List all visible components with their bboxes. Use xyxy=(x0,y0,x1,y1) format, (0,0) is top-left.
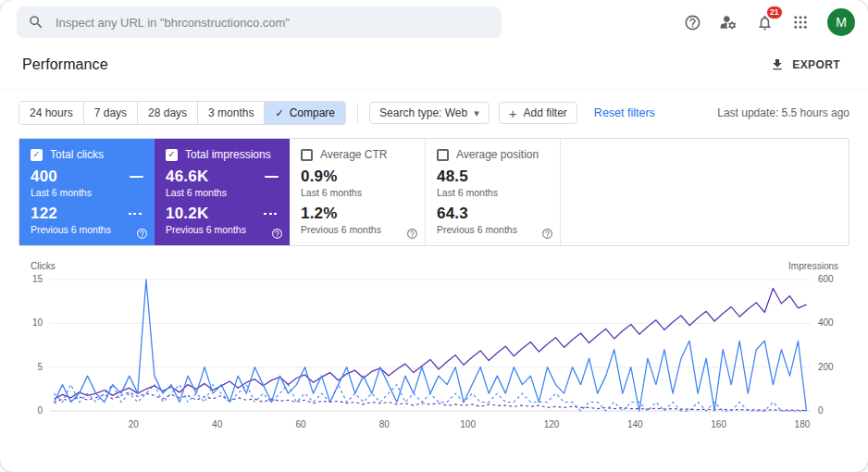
export-button[interactable]: EXPORT xyxy=(764,54,846,76)
card-value-current: 46.6K xyxy=(166,168,208,186)
left-axis-title: Clicks xyxy=(31,261,56,271)
page-header: Performance EXPORT xyxy=(0,44,868,90)
svg-text:140: 140 xyxy=(627,419,643,429)
card-value-previous: 122 xyxy=(31,205,57,223)
reset-filters-link[interactable]: Reset filters xyxy=(594,106,655,119)
svg-text:60: 60 xyxy=(295,419,306,429)
url-inspect-searchbox[interactable] xyxy=(17,6,502,38)
page-title: Performance xyxy=(22,56,108,73)
card-period-previous: Previous 6 months xyxy=(437,224,549,235)
svg-text:120: 120 xyxy=(544,419,560,429)
svg-text:0: 0 xyxy=(818,405,824,416)
dashed-line-indicator xyxy=(264,213,279,215)
card-period-current: Last 6 months xyxy=(31,187,143,198)
right-axis-title: Impressions xyxy=(788,261,838,271)
topbar-actions: 21 M xyxy=(681,8,855,36)
plus-icon: + xyxy=(509,106,517,120)
card-label: Average position xyxy=(456,148,539,161)
checkbox-total-impressions[interactable]: ✓ xyxy=(166,149,178,161)
chip-28-days[interactable]: 28 days xyxy=(138,102,198,124)
help-icon[interactable] xyxy=(270,227,283,240)
add-filter-label: Add filter xyxy=(524,106,567,119)
chip-24-hours[interactable]: 24 hours xyxy=(19,102,84,124)
filters-bar: 24 hours 7 days 28 days 3 months ✓ Compa… xyxy=(0,90,868,125)
card-period-previous: Previous 6 months xyxy=(166,224,279,235)
help-icon[interactable] xyxy=(405,227,418,240)
card-period-current: Last 6 months xyxy=(437,187,549,198)
help-icon[interactable] xyxy=(540,227,553,240)
svg-text:400: 400 xyxy=(818,317,834,328)
date-range-group: 24 hours 7 days 28 days 3 months ✓ Compa… xyxy=(19,101,346,125)
metric-cards: ✓ Total clicks 400 Last 6 months 122 Pre… xyxy=(19,138,849,246)
svg-text:10: 10 xyxy=(32,317,43,328)
card-value-current: 0.9% xyxy=(301,168,338,186)
svg-text:0: 0 xyxy=(37,405,43,416)
card-value-previous: 64.3 xyxy=(437,205,468,223)
card-period-current: Last 6 months xyxy=(301,187,414,198)
svg-text:180: 180 xyxy=(795,419,811,429)
card-value-previous: 1.2% xyxy=(301,205,338,223)
search-icon xyxy=(28,14,44,31)
apps-grid-icon[interactable] xyxy=(789,11,812,33)
card-label: Average CTR xyxy=(320,148,387,161)
svg-text:100: 100 xyxy=(460,419,476,429)
checkbox-total-clicks[interactable]: ✓ xyxy=(31,149,43,161)
svg-text:160: 160 xyxy=(711,419,726,429)
caret-down-icon: ▾ xyxy=(474,107,479,119)
svg-text:600: 600 xyxy=(818,274,834,284)
search-console-app: 21 M Performance EXPORT 24 hours 7 days … xyxy=(0,0,868,472)
svg-text:15: 15 xyxy=(32,274,43,284)
add-filter-button[interactable]: + Add filter xyxy=(499,102,577,124)
svg-text:200: 200 xyxy=(818,362,834,372)
card-average-position[interactable]: Average position 48.5 Last 6 months 64.3… xyxy=(425,139,560,245)
check-icon: ✓ xyxy=(275,107,283,119)
solid-line-indicator xyxy=(130,176,143,178)
top-bar: 21 M xyxy=(0,0,868,44)
search-type-dropdown[interactable]: Search type: Web ▾ xyxy=(369,102,490,124)
card-period-current: Last 6 months xyxy=(166,187,279,198)
check-icon: ✓ xyxy=(167,150,175,159)
svg-text:5: 5 xyxy=(37,362,43,372)
export-label: EXPORT xyxy=(792,58,840,71)
svg-text:40: 40 xyxy=(212,419,223,429)
chip-compare[interactable]: ✓ Compare xyxy=(265,102,345,124)
search-type-label: Search type: Web xyxy=(379,106,467,119)
last-update-text: Last update: 5.5 hours ago xyxy=(717,106,849,119)
help-icon[interactable] xyxy=(135,227,148,240)
card-value-previous: 10.2K xyxy=(166,205,208,223)
card-period-previous: Previous 6 months xyxy=(301,224,414,235)
search-input[interactable] xyxy=(54,15,498,31)
card-label: Total impressions xyxy=(185,148,271,161)
svg-text:20: 20 xyxy=(129,419,140,429)
card-average-ctr[interactable]: Average CTR 0.9% Last 6 months 1.2% Prev… xyxy=(290,139,425,245)
card-total-impressions[interactable]: ✓ Total impressions 46.6K Last 6 months … xyxy=(155,139,290,245)
checkbox-average-ctr[interactable] xyxy=(301,149,313,161)
card-label: Total clicks xyxy=(50,148,104,161)
chip-7-days[interactable]: 7 days xyxy=(84,102,138,124)
account-avatar[interactable]: M xyxy=(827,8,855,36)
help-button[interactable] xyxy=(681,11,703,33)
cards-empty-area xyxy=(560,139,849,245)
card-period-previous: Previous 6 months xyxy=(31,224,143,235)
chip-3-months[interactable]: 3 months xyxy=(198,102,265,124)
chart-canvas: 005200104001560020406080100120140160180 xyxy=(19,274,849,442)
user-settings-icon[interactable] xyxy=(717,11,739,33)
card-value-current: 48.5 xyxy=(437,168,468,186)
svg-text:80: 80 xyxy=(379,419,391,429)
divider xyxy=(357,104,358,122)
card-total-clicks[interactable]: ✓ Total clicks 400 Last 6 months 122 Pre… xyxy=(19,139,155,245)
notifications-bell-icon[interactable]: 21 xyxy=(753,11,775,33)
compare-label: Compare xyxy=(290,106,335,119)
download-icon xyxy=(770,57,785,72)
check-icon: ✓ xyxy=(32,150,40,159)
solid-line-indicator xyxy=(265,176,279,178)
card-value-current: 400 xyxy=(31,168,57,186)
notification-badge: 21 xyxy=(766,6,783,19)
checkbox-average-position[interactable] xyxy=(437,149,449,161)
dashed-line-indicator xyxy=(129,213,143,215)
performance-chart: Clicks Impressions 005200104001560020406… xyxy=(19,261,849,444)
